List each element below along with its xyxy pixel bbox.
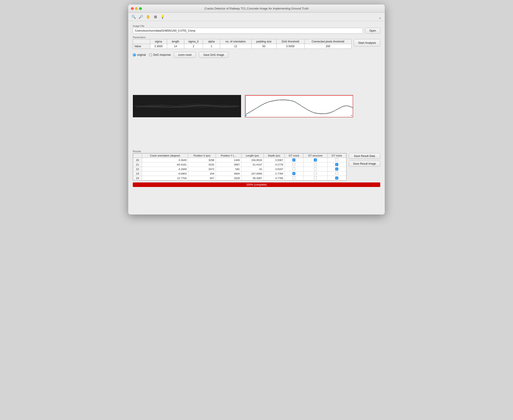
svg-rect-32 — [274, 100, 275, 101]
gtstructure-3-checkbox[interactable] — [314, 172, 317, 175]
gtcrack-3[interactable] — [284, 171, 303, 176]
svg-rect-34 — [277, 100, 277, 100]
table-row: 23-0.69032044004167.00002.7784 — [133, 171, 346, 176]
gtnoise-3-checkbox[interactable] — [335, 172, 338, 175]
open-button[interactable]: Open — [365, 28, 380, 34]
results-th-num — [133, 154, 142, 158]
gtstructure-1[interactable] — [303, 162, 327, 167]
table-row: 200.364932981449156.95333.9367 — [133, 158, 346, 162]
svg-rect-82 — [331, 112, 331, 113]
gtstructure-4[interactable] — [303, 176, 327, 180]
table-row: 21-83.41813232308751.41474.2778 — [133, 162, 346, 167]
window-title: Cracks Detector of Railway TCL Concrete … — [205, 7, 309, 10]
gtcrack-0-checkbox[interactable] — [292, 158, 295, 161]
params-sigma-val[interactable]: 3.3000 — [150, 44, 167, 49]
gtstructure-0-checkbox[interactable] — [314, 158, 317, 161]
row-num-2: 22 — [133, 167, 142, 171]
length-1: 51.4147 — [241, 162, 263, 167]
posx-2: 3372 — [188, 167, 216, 171]
bulb-icon[interactable]: 💡 — [160, 14, 165, 19]
svg-rect-62 — [308, 110, 309, 111]
crack-image-panel[interactable] — [133, 95, 241, 117]
params-length-val[interactable]: 14 — [167, 44, 184, 49]
svg-rect-18 — [259, 106, 259, 107]
depth-3: 2.7784 — [263, 171, 284, 176]
depth-1: 4.2778 — [263, 162, 284, 167]
gtnoise-1-checkbox[interactable] — [335, 163, 338, 166]
gtcrack-2-checkbox[interactable] — [292, 167, 295, 170]
svg-rect-8 — [247, 113, 248, 114]
original-radio[interactable]: original — [133, 53, 146, 56]
svg-rect-84 — [333, 111, 334, 112]
params-orientation-val[interactable]: 12 — [220, 44, 251, 49]
gtnoise-4[interactable] — [327, 176, 346, 180]
gtstructure-1-checkbox[interactable] — [314, 163, 317, 166]
params-dog-val[interactable]: 0.5000 — [276, 44, 304, 49]
results-th-posx: Position X (px) — [188, 154, 216, 158]
zoom-reset-button[interactable]: zoom reset — [174, 52, 196, 58]
gtcrack-1[interactable] — [284, 162, 303, 167]
gtnoise-4-checkbox[interactable] — [335, 177, 338, 180]
results-th-depth: Depth (px) — [263, 154, 284, 158]
params-padding-val[interactable]: 50 — [251, 44, 276, 49]
zoom-in-icon[interactable]: 🔍 — [131, 14, 136, 19]
orientation-0: 0.3649 — [142, 158, 188, 162]
gtnoise-2[interactable] — [327, 167, 346, 171]
svg-rect-80 — [328, 113, 329, 113]
svg-rect-37 — [280, 100, 281, 100]
close-button[interactable] — [131, 7, 134, 10]
gtnoise-3[interactable] — [327, 171, 346, 176]
gtstructure-0[interactable] — [303, 158, 327, 162]
gtnoise-0[interactable] — [327, 158, 346, 162]
select-icon[interactable]: ⊞ — [153, 14, 158, 19]
save-result-data-button[interactable]: Save Result Data — [349, 153, 380, 159]
svg-rect-60 — [306, 109, 307, 109]
gtcrack-4[interactable] — [284, 176, 303, 180]
gtstructure-4-checkbox[interactable] — [314, 176, 317, 179]
save-dog-button[interactable]: Save DoG Image — [199, 52, 228, 58]
row-num-0: 20 — [133, 158, 142, 162]
original-radio-circle — [133, 53, 136, 56]
results-th-posy: Position Y (... — [216, 154, 241, 158]
svg-rect-64 — [311, 111, 311, 112]
main-window: Cracks Detector of Railway TCL Concrete … — [128, 5, 385, 215]
results-table-container[interactable]: Crack orientation (degree) Position X (p… — [133, 153, 347, 181]
svg-rect-14 — [254, 109, 255, 110]
pan-icon[interactable]: ✋ — [145, 14, 151, 19]
svg-rect-94 — [344, 106, 345, 106]
zoom-out-icon[interactable]: 🔎 — [138, 14, 144, 19]
gtcrack-0[interactable] — [284, 158, 303, 162]
file-path-input[interactable] — [133, 28, 363, 34]
gtnoise-0-checkbox[interactable] — [335, 158, 338, 161]
file-row: Open — [133, 28, 380, 34]
file-label: Image File — [133, 25, 380, 27]
params-alpha-val[interactable]: 1 — [203, 44, 220, 49]
gtcrack-3-checkbox[interactable] — [292, 172, 295, 175]
svg-rect-58 — [304, 107, 304, 108]
original-radio-label: original — [137, 53, 146, 56]
gtstructure-2-checkbox[interactable] — [314, 167, 317, 170]
gtnoise-1[interactable] — [327, 162, 346, 167]
start-analysis-button[interactable]: Start Analysis — [354, 39, 380, 46]
gtcrack-1-checkbox[interactable] — [292, 163, 295, 166]
gtstructure-2[interactable] — [303, 167, 327, 171]
svg-rect-40 — [283, 100, 284, 100]
minimize-button[interactable] — [135, 7, 138, 10]
svg-rect-38 — [281, 100, 282, 100]
result-image-panel[interactable] — [245, 95, 353, 117]
gtstructure-3[interactable] — [303, 171, 327, 176]
params-connected-val[interactable]: 200 — [304, 44, 352, 49]
svg-rect-104 — [268, 102, 268, 102]
gtcrack-4-checkbox[interactable] — [292, 176, 295, 179]
mid-spacer — [133, 120, 380, 147]
gtnoise-2-checkbox[interactable] — [335, 168, 338, 171]
save-result-image-button[interactable]: Save Result Image — [349, 161, 380, 167]
dog-radio[interactable]: DoG response — [149, 53, 171, 56]
svg-rect-9 — [248, 112, 249, 113]
svg-rect-72 — [320, 113, 320, 114]
svg-rect-78 — [326, 113, 327, 114]
gtcrack-2[interactable] — [284, 167, 303, 171]
params-sigma0-val[interactable]: 2 — [184, 44, 203, 49]
svg-rect-93 — [343, 106, 344, 107]
maximize-button[interactable] — [139, 7, 142, 10]
